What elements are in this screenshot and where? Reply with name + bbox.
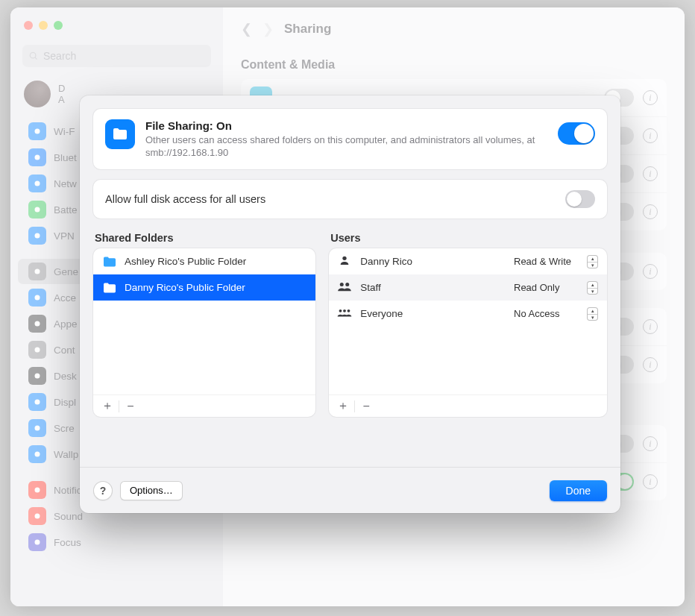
folder-icon xyxy=(102,282,117,294)
svg-point-7 xyxy=(35,269,40,274)
done-button[interactable]: Done xyxy=(550,480,607,501)
info-icon[interactable]: i xyxy=(643,357,658,372)
svg-line-1 xyxy=(35,57,37,60)
person-icon xyxy=(336,254,353,268)
info-icon[interactable]: i xyxy=(643,166,658,181)
svg-point-20 xyxy=(345,283,349,286)
file-sharing-description: Other users can access shared folders on… xyxy=(145,133,547,159)
globe-icon xyxy=(28,175,46,192)
bt-icon xyxy=(28,148,46,166)
remove-user-button[interactable]: − xyxy=(356,398,376,415)
wifi-icon xyxy=(28,122,46,140)
user-row[interactable]: Everyone No Access ▴▾ xyxy=(329,301,607,327)
svg-point-8 xyxy=(35,295,40,301)
sidebar-item-label: Displ xyxy=(54,397,76,408)
dock-icon xyxy=(28,367,46,385)
notif-icon xyxy=(28,481,46,499)
sidebar-item-label: Bluet xyxy=(54,152,77,163)
info-icon[interactable]: i xyxy=(643,319,658,334)
permission-stepper[interactable]: ▴▾ xyxy=(587,255,598,268)
user-row[interactable]: Danny Rico Read & Write ▴▾ xyxy=(329,248,607,274)
minimize-window-button[interactable] xyxy=(39,21,48,30)
avatar xyxy=(24,81,51,107)
user-name: Everyone xyxy=(360,308,506,319)
remove-shared-folder-button[interactable]: − xyxy=(121,398,140,415)
forward-button[interactable]: ❯ xyxy=(262,21,274,37)
permission-stepper[interactable]: ▴▾ xyxy=(587,281,598,295)
full-disk-access-toggle[interactable] xyxy=(565,190,595,208)
permission-value: Read & Write xyxy=(514,256,571,267)
info-icon[interactable]: i xyxy=(643,436,658,451)
file-sharing-sheet: File Sharing: On Other users can access … xyxy=(80,95,620,513)
permission-stepper[interactable]: ▴▾ xyxy=(587,307,598,321)
options-button[interactable]: Options… xyxy=(120,481,183,500)
add-shared-folder-button[interactable]: ＋ xyxy=(98,398,117,415)
account-name: D xyxy=(58,83,65,94)
permission-select[interactable]: Read Only ▴▾ xyxy=(514,281,600,295)
svg-point-14 xyxy=(35,452,40,457)
file-sharing-toggle[interactable] xyxy=(558,122,595,145)
search-input[interactable]: Search xyxy=(22,45,211,67)
permission-select[interactable]: No Access ▴▾ xyxy=(514,307,600,321)
sidebar-item-label: Acce xyxy=(54,292,76,304)
sidebar-item-focus[interactable]: Focus xyxy=(18,529,216,555)
sidebar-item-label: VPN xyxy=(54,230,75,242)
sidebar-item-label: Scre xyxy=(54,423,75,434)
focus-icon xyxy=(28,533,46,551)
people3-icon xyxy=(336,307,353,321)
svg-point-0 xyxy=(30,52,36,58)
permission-select[interactable]: Read & Write ▴▾ xyxy=(514,255,600,268)
info-icon[interactable]: i xyxy=(643,90,658,105)
shared-folders-header: Shared Folders xyxy=(95,232,314,244)
svg-point-21 xyxy=(339,309,342,312)
sound-icon xyxy=(28,507,46,525)
add-user-button[interactable]: ＋ xyxy=(333,398,353,415)
users-list: Danny Rico Read & Write ▴▾ Staff Read On… xyxy=(329,248,607,417)
info-icon[interactable]: i xyxy=(643,204,658,219)
svg-point-11 xyxy=(35,374,40,379)
folder-share-icon xyxy=(105,119,135,149)
sidebar-item-label: Sound xyxy=(54,511,83,522)
svg-point-12 xyxy=(35,400,40,405)
folder-icon xyxy=(102,256,117,268)
people2-icon xyxy=(336,280,353,295)
svg-point-10 xyxy=(35,348,40,353)
sidebar-item-label: Gene xyxy=(54,266,78,277)
svg-point-19 xyxy=(340,283,344,286)
sidebar-item-label: Wi-F xyxy=(54,126,75,137)
sidebar-item-label: Netw xyxy=(54,178,77,189)
shared-folder-row[interactable]: Ashley Rico's Public Folder xyxy=(93,248,315,274)
svg-point-5 xyxy=(35,207,40,213)
svg-point-13 xyxy=(35,426,40,431)
cc-icon xyxy=(28,341,46,359)
back-button[interactable]: ❮ xyxy=(241,21,252,37)
svg-point-18 xyxy=(343,257,347,260)
close-window-button[interactable] xyxy=(24,21,33,30)
permission-value: Read Only xyxy=(514,282,559,293)
shared-folder-row[interactable]: Danny Rico's Public Folder xyxy=(93,274,315,301)
disp-icon xyxy=(28,393,46,411)
user-name: Staff xyxy=(360,282,506,293)
user-row[interactable]: Staff Read Only ▴▾ xyxy=(329,274,607,301)
ss-icon xyxy=(28,419,46,437)
info-icon[interactable]: i xyxy=(643,128,658,143)
vpn-icon xyxy=(28,227,46,245)
svg-point-3 xyxy=(35,155,40,160)
shared-folder-name: Danny Rico's Public Folder xyxy=(125,282,245,293)
full-disk-access-label: Allow full disk access for all users xyxy=(105,193,565,205)
svg-point-17 xyxy=(35,540,40,545)
info-icon[interactable]: i xyxy=(643,474,658,489)
wp-icon xyxy=(28,445,46,463)
sidebar-item-label: Cont xyxy=(54,345,75,356)
zoom-window-button[interactable] xyxy=(54,21,63,30)
info-icon[interactable]: i xyxy=(643,264,658,279)
users-column: Users Danny Rico Read & Write ▴▾ Staff R… xyxy=(329,232,607,417)
shared-folders-list: Ashley Rico's Public Folder Danny Rico's… xyxy=(93,248,315,417)
user-name: Danny Rico xyxy=(360,256,506,267)
help-button[interactable]: ? xyxy=(93,481,113,500)
acc-icon xyxy=(28,289,46,307)
breadcrumb: ❮ ❯ Sharing xyxy=(241,21,667,37)
svg-point-23 xyxy=(348,309,350,312)
page-title: Sharing xyxy=(284,22,331,37)
sheet-footer: ? Options… Done xyxy=(80,467,620,513)
